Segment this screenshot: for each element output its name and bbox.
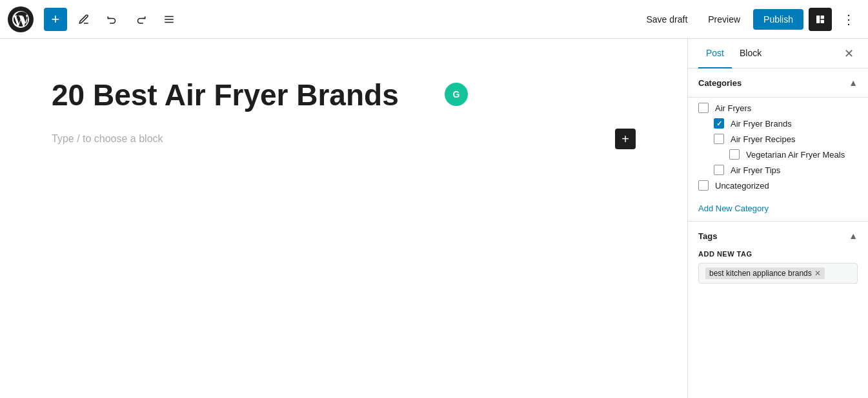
placeholder-text: Type / to choose a block <box>52 133 163 145</box>
tag-chip-remove-button[interactable]: ✕ <box>814 269 821 278</box>
category-checkbox-air-fryer-tips[interactable] <box>714 165 724 175</box>
svg-rect-2 <box>165 21 174 23</box>
categories-section-header[interactable]: Categories ▲ <box>688 68 868 97</box>
block-placeholder[interactable]: Type / to choose a block + <box>52 129 636 149</box>
category-item-air-fryer-tips[interactable]: Air Fryer Tips <box>698 162 858 178</box>
tools-button[interactable] <box>72 8 96 31</box>
category-checkbox-uncategorized[interactable] <box>698 180 709 191</box>
tag-chip-label: best kitchen appliance brands <box>709 269 812 278</box>
category-checkbox-air-fryer-recipes[interactable] <box>714 134 724 144</box>
toolbar-right: Save draft Preview Publish ⋮ <box>638 8 860 31</box>
category-item-air-fryer-brands[interactable]: Air Fryer Brands <box>698 116 858 131</box>
category-checkbox-air-fryer-brands[interactable] <box>714 118 724 129</box>
svg-rect-3 <box>816 16 820 23</box>
tab-block[interactable]: Block <box>732 39 769 68</box>
document-overview-button[interactable] <box>157 8 181 31</box>
editor-area: 20 Best Air Fryer Brands G Type / to cho… <box>0 39 687 398</box>
toolbar: + Save draft Preview Publish ⋮ <box>0 0 868 39</box>
list-icon <box>163 14 175 25</box>
category-label-vegetarian: Vegetarian Air Fryer Meals <box>746 150 845 160</box>
categories-title: Categories <box>698 78 742 88</box>
sidebar-close-button[interactable]: ✕ <box>840 45 858 63</box>
category-label-air-fryer-tips: Air Fryer Tips <box>731 165 780 175</box>
redo-button[interactable] <box>129 8 152 31</box>
category-label-air-fryers: Air Fryers <box>715 103 751 113</box>
category-item-uncategorized[interactable]: Uncategorized <box>698 178 858 193</box>
tag-input-area[interactable]: best kitchen appliance brands ✕ <box>698 263 858 284</box>
wp-logo-icon <box>12 11 29 28</box>
sidebar: Post Block ✕ Categories ▲ Air Fryers A <box>687 39 868 398</box>
tab-post[interactable]: Post <box>698 39 732 68</box>
tags-title: Tags <box>698 231 717 241</box>
more-options-button[interactable]: ⋮ <box>837 8 860 31</box>
tags-section-header[interactable]: Tags ▲ <box>688 222 868 250</box>
tags-section: Tags ▲ ADD NEW TAG best kitchen applianc… <box>688 221 868 291</box>
undo-button[interactable] <box>101 8 124 31</box>
categories-chevron-icon: ▲ <box>849 78 858 88</box>
inline-add-block-button[interactable]: + <box>615 129 636 149</box>
svg-rect-0 <box>165 16 174 17</box>
categories-section: Categories ▲ Air Fryers Air Fryer Brands <box>688 68 868 221</box>
undo-icon <box>106 14 118 25</box>
sidebar-tabs: Post Block ✕ <box>688 39 868 68</box>
categories-list: Air Fryers Air Fryer Brands Air Fryer Re… <box>688 98 868 201</box>
svg-rect-1 <box>165 19 174 20</box>
tag-chip-best-kitchen: best kitchen appliance brands ✕ <box>705 267 825 279</box>
category-label-air-fryer-brands: Air Fryer Brands <box>731 119 792 129</box>
tags-chevron-icon: ▲ <box>849 231 858 241</box>
preview-button[interactable]: Preview <box>700 9 748 30</box>
redo-icon <box>135 14 146 25</box>
add-tag-label: ADD NEW TAG <box>688 250 868 263</box>
post-title[interactable]: 20 Best Air Fryer Brands <box>52 78 636 113</box>
svg-rect-5 <box>821 19 824 23</box>
category-checkbox-air-fryers[interactable] <box>698 103 709 113</box>
main-area: 20 Best Air Fryer Brands G Type / to cho… <box>0 39 868 398</box>
grammarly-button[interactable]: G <box>445 83 468 106</box>
add-category-button[interactable]: Add New Category <box>688 201 779 221</box>
category-checkbox-vegetarian[interactable] <box>729 149 740 160</box>
add-block-button[interactable]: + <box>44 8 67 31</box>
edit-icon <box>78 14 90 25</box>
category-item-vegetarian[interactable]: Vegetarian Air Fryer Meals <box>698 147 858 162</box>
category-item-air-fryers[interactable]: Air Fryers <box>698 100 858 116</box>
layout-icon <box>815 14 825 25</box>
category-label-uncategorized: Uncategorized <box>715 181 769 191</box>
svg-rect-4 <box>821 16 824 19</box>
category-label-air-fryer-recipes: Air Fryer Recipes <box>731 134 795 144</box>
publish-button[interactable]: Publish <box>753 9 803 30</box>
settings-button[interactable] <box>809 8 832 31</box>
category-item-air-fryer-recipes[interactable]: Air Fryer Recipes <box>698 131 858 147</box>
wordpress-logo[interactable] <box>8 6 34 32</box>
save-draft-button[interactable]: Save draft <box>638 9 695 30</box>
